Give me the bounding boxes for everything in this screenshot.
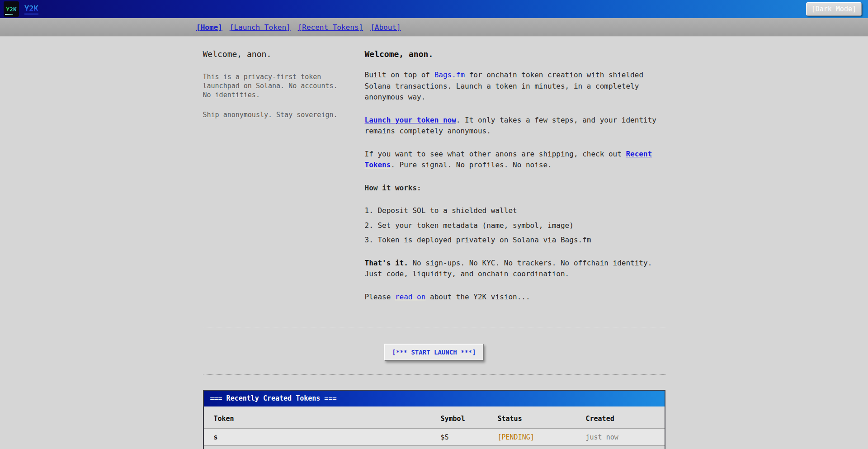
two-column-layout: Welcome, anon. This is a privacy-first t… — [203, 37, 665, 314]
status-badge: [PENDING] — [488, 446, 576, 449]
thats-it-paragraph: That's it. No sign-ups. No KYC. No track… — [365, 258, 665, 280]
table-row[interactable]: s$S[PENDING]just now — [204, 429, 665, 446]
intro-paragraph: Built on top of Bags.fm for onchain toke… — [365, 70, 665, 103]
tokens-table: TokenSymbolStatusCreated s$S[PENDING]jus… — [204, 406, 665, 449]
token-symbol: $S — [431, 429, 488, 446]
recent-tokens-panel: === Recently Created Tokens === TokenSym… — [203, 390, 665, 449]
intro-text: Built on top of — [365, 71, 434, 79]
sidebar-tagline-2: Ship anonymously. Stay sovereign. — [203, 110, 342, 119]
read-on-pre: Please — [365, 293, 395, 301]
token-name: s — [214, 433, 218, 441]
thats-it-text: No sign-ups. No KYC. No trackers. No off… — [365, 259, 652, 279]
sidebar-column: Welcome, anon. This is a privacy-first t… — [203, 49, 342, 314]
how-it-works-heading: How it works: — [365, 183, 665, 194]
read-on-paragraph: Please read on about the Y2K vision... — [365, 292, 665, 303]
read-on-link[interactable]: read on — [395, 293, 425, 301]
nav-link-launch-token[interactable]: [Launch Token] — [230, 23, 291, 32]
y2k-logo[interactable]: Y2K — [4, 1, 19, 17]
main-column: Welcome, anon. Built on top of Bags.fm f… — [365, 49, 665, 314]
column-header-created: Created — [576, 406, 665, 429]
column-header-status: Status — [488, 406, 576, 429]
main-heading: Welcome, anon. — [365, 49, 665, 59]
how-it-works-step: 1. Deposit SOL to a shielded wallet — [365, 205, 665, 217]
thats-it-bold: That's it. — [365, 259, 408, 267]
recent-text-2: . Pure signal. No profiles. No noise. — [391, 161, 552, 169]
topbar: Y2K Y2K [Dark Mode] — [0, 0, 868, 18]
column-header-token: Token — [204, 406, 431, 429]
tokens-table-body: s$S[PENDING]just nowHumans winover AI wi… — [204, 429, 665, 449]
recent-paragraph: If you want to see what other anons are … — [365, 149, 665, 171]
brand-link[interactable]: Y2K — [24, 4, 38, 14]
launch-paragraph: Launch your token now. It only takes a f… — [365, 115, 665, 137]
nav-links: [Home][Launch Token][Recent Tokens][Abou… — [0, 23, 401, 32]
page-content: Welcome, anon. This is a privacy-first t… — [203, 37, 665, 449]
y2k-logo-text: Y2K — [6, 6, 16, 13]
tokens-table-header-row: TokenSymbolStatusCreated — [204, 406, 665, 429]
launch-your-token-link[interactable]: Launch your token now — [365, 116, 456, 124]
read-on-post: about the Y2K vision... — [425, 293, 530, 301]
nav-link-recent-tokens[interactable]: [Recent Tokens] — [298, 23, 363, 32]
how-it-works-step: 3. Token is deployed privately on Solana… — [365, 235, 665, 246]
dark-mode-button[interactable]: [Dark Mode] — [806, 2, 862, 16]
recent-tokens-title: === Recently Created Tokens === — [204, 391, 665, 406]
launch-button-row: [*** START LAUNCH ***] — [203, 344, 665, 361]
how-it-works-list: 1. Deposit SOL to a shielded wallet2. Se… — [365, 205, 665, 246]
bagsfm-link[interactable]: Bags.fm — [434, 71, 465, 79]
table-row[interactable]: Humans winover AI with memes.$ANOM[PENDI… — [204, 446, 665, 449]
token-symbol: $ANOM — [431, 446, 488, 449]
start-launch-button[interactable]: [*** START LAUNCH ***] — [384, 344, 483, 361]
nav-link-home[interactable]: [Home] — [196, 23, 222, 32]
created-time: 1 min ago — [576, 446, 665, 449]
how-it-works-step: 2. Set your token metadata (name, symbol… — [365, 220, 665, 232]
main-nav: [Home][Launch Token][Recent Tokens][Abou… — [0, 18, 868, 37]
recent-text: If you want to see what other anons are … — [365, 150, 626, 158]
column-header-symbol: Symbol — [431, 406, 488, 429]
nav-link-about[interactable]: [About] — [370, 23, 401, 32]
sidebar-heading: Welcome, anon. — [203, 49, 342, 59]
created-time: just now — [576, 429, 665, 446]
sidebar-tagline-1: This is a privacy-first token launchpad … — [203, 72, 342, 99]
status-badge: [PENDING] — [488, 429, 576, 446]
divider-bottom — [203, 374, 665, 375]
divider-top — [203, 328, 665, 328]
